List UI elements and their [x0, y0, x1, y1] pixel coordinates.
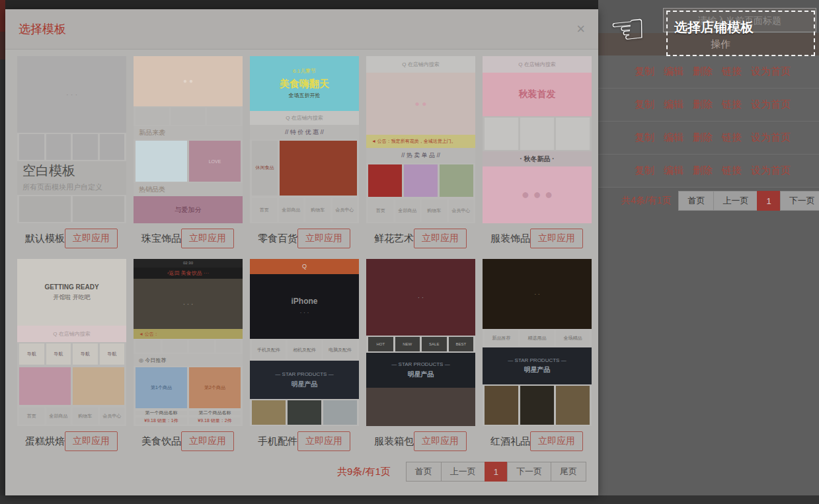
- preview-cell: [46, 134, 71, 160]
- template-name: 服装饰品: [490, 233, 530, 245]
- preview-cell: [171, 108, 205, 125]
- select-template-modal: 选择模板 × · · ·空白模板所有页面模块用户自定义默认模板立即应用● ●新品…: [5, 9, 598, 495]
- template-preview: ● ●新品来袭LOVE热销品类与爱加分: [134, 56, 243, 223]
- preview-block: · ·: [366, 259, 475, 336]
- preview-block: 休闲食品: [250, 139, 359, 196]
- apply-template-button[interactable]: 立即应用: [297, 229, 350, 248]
- edit-link[interactable]: 编辑: [664, 131, 683, 144]
- modal-pagination: 共9条/有1页首页上一页1下一页尾页: [17, 462, 586, 482]
- preview-block: Q: [250, 259, 359, 274]
- first-page-button[interactable]: 首页: [678, 191, 714, 211]
- preview-cell: [19, 134, 44, 160]
- set-as-home-link[interactable]: 设为首页: [751, 65, 791, 78]
- preview-cell: [136, 141, 187, 182]
- preview-cell: [520, 118, 554, 150]
- preview-block: GETTING READY开馆啦 开吃吧: [17, 259, 126, 326]
- apply-template-button[interactable]: 立即应用: [297, 431, 350, 451]
- apply-template-button[interactable]: 立即应用: [530, 431, 583, 451]
- template-caption: 珠宝饰品立即应用: [134, 227, 243, 250]
- preview-cell: 电脑及配件: [323, 340, 357, 359]
- template-card-1: · · ·空白模板所有页面模块用户自定义默认模板立即应用: [17, 56, 126, 250]
- preview-cell: 首页: [19, 408, 44, 425]
- preview-cell: 会员中心: [449, 199, 474, 222]
- preview-cell: [404, 164, 438, 197]
- preview-cell: [216, 340, 241, 353]
- template-name: 珠宝饰品: [141, 233, 181, 245]
- preview-block: · · ·: [134, 279, 243, 329]
- preview-block: — STAR PRODUCTS —明星产品: [366, 353, 475, 388]
- apply-template-button[interactable]: 立即应用: [181, 229, 234, 248]
- preview-cell: [73, 134, 98, 160]
- preview-block: 热销品类: [134, 183, 243, 196]
- preview-block: ‹返回 美食饮品 ···: [134, 268, 243, 279]
- prev-page-button[interactable]: 上一页: [713, 191, 758, 211]
- last-page-button[interactable]: 尾页: [551, 462, 586, 482]
- preview-block: 手机及配件相机及配件电脑及配件: [250, 339, 359, 361]
- template-card-10: · ·新品推荐精选用品全场精品— STAR PRODUCTS —明星产品红酒礼品…: [483, 259, 592, 452]
- pointing-hand-icon: ☜: [607, 3, 648, 55]
- preview-cell: [323, 400, 357, 424]
- edit-link[interactable]: 编辑: [664, 164, 683, 177]
- copy-link[interactable]: 复制: [635, 98, 654, 111]
- next-page-button[interactable]: 下一页: [507, 462, 551, 482]
- delete-link[interactable]: 删除: [693, 98, 713, 111]
- delete-link[interactable]: 删除: [693, 164, 713, 177]
- preview-cell: HOT: [368, 337, 393, 351]
- link-link[interactable]: 链接: [722, 131, 742, 144]
- template-card-7: 02:30‹返回 美食饮品 ···· · ·◄ 公告：◎ 今日推荐第1个商品第2…: [134, 259, 243, 452]
- template-name: 蛋糕烘焙: [25, 435, 65, 448]
- set-as-home-link[interactable]: 设为首页: [751, 98, 791, 111]
- preview-cell: 第1个商品: [136, 367, 187, 408]
- template-preview: · · ·空白模板所有页面模块用户自定义: [17, 56, 126, 223]
- edit-link[interactable]: 编辑: [664, 65, 683, 78]
- template-caption: 红酒礼品立即应用: [483, 430, 592, 452]
- template-card-2: ● ●新品来袭LOVE热销品类与爱加分珠宝饰品立即应用: [134, 56, 243, 250]
- apply-template-button[interactable]: 立即应用: [414, 431, 467, 451]
- preview-block: 第一个商品名称第二个商品名称: [134, 410, 243, 416]
- first-page-button[interactable]: 首页: [406, 462, 442, 482]
- preview-cell: 相机及配件: [288, 340, 321, 359]
- set-as-home-link[interactable]: 设为首页: [751, 164, 791, 177]
- apply-template-button[interactable]: 立即应用: [65, 431, 118, 451]
- link-link[interactable]: 链接: [722, 98, 742, 111]
- close-icon[interactable]: ×: [576, 22, 585, 36]
- preview-block: [17, 133, 126, 161]
- template-name: 手机配件: [258, 435, 297, 448]
- prev-page-button[interactable]: 上一页: [441, 462, 485, 482]
- copy-link[interactable]: 复制: [635, 164, 654, 177]
- preview-block: [17, 195, 126, 223]
- preview-cell: [100, 134, 125, 160]
- preview-block: Q 在店铺内搜索: [483, 56, 592, 73]
- apply-template-button[interactable]: 立即应用: [530, 229, 583, 248]
- page-left-edge-accent-2: [0, 32, 5, 59]
- set-as-home-link[interactable]: 设为首页: [751, 131, 791, 144]
- preview-block: iPhone· · ·: [250, 274, 359, 340]
- preview-cell: [189, 340, 214, 353]
- delete-link[interactable]: 删除: [693, 65, 713, 78]
- link-link[interactable]: 链接: [722, 65, 742, 78]
- page-1-button[interactable]: 1: [485, 462, 508, 482]
- apply-template-button[interactable]: 立即应用: [181, 431, 234, 451]
- copy-link[interactable]: 复制: [635, 131, 654, 144]
- preview-cell: [520, 386, 554, 425]
- delete-link[interactable]: 删除: [693, 131, 713, 144]
- preview-block: — STAR PRODUCTS —明星产品: [250, 361, 359, 399]
- preview-cell: 会员中心: [100, 408, 125, 425]
- link-link[interactable]: 链接: [722, 164, 742, 177]
- edit-link[interactable]: 编辑: [664, 98, 683, 111]
- template-card-8: QiPhone· · ·手机及配件相机及配件电脑及配件— STAR PRODUC…: [250, 259, 359, 452]
- preview-block: 首页全部商品购物车会员中心: [366, 198, 475, 223]
- preview-block: [366, 163, 475, 198]
- preview-cell: 会员中心: [332, 198, 358, 222]
- bg-pagination: 共4条/有1页首页上一页1下一页尾页: [598, 188, 819, 214]
- preview-cell: LOVE: [189, 141, 241, 182]
- page-1-button[interactable]: 1: [757, 191, 780, 211]
- preview-block: — STAR PRODUCTS —明星产品: [483, 347, 592, 384]
- copy-link[interactable]: 复制: [635, 65, 654, 78]
- template-preview: Q 在店铺内搜索秋装首发· 秋冬新品 ·● ● ●: [483, 56, 592, 223]
- apply-template-button[interactable]: 立即应用: [65, 229, 118, 248]
- apply-template-button[interactable]: 立即应用: [414, 229, 467, 248]
- modal-header: 选择模板 ×: [5, 9, 598, 50]
- next-page-button[interactable]: 下一页: [780, 191, 819, 211]
- pagination-summary: 共4条/有1页: [621, 195, 671, 207]
